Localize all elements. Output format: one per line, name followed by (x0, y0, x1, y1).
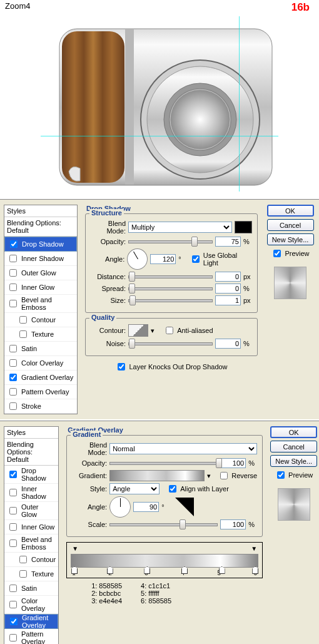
style-checkbox[interactable] (19, 316, 27, 324)
svg-rect-2 (125, 29, 134, 185)
style-item-inner-shadow[interactable]: Inner Shadow (4, 484, 58, 502)
style-item-outer-glow[interactable]: Outer Glow (4, 266, 77, 280)
style-checkbox[interactable] (19, 556, 27, 563)
angle-dial[interactable] (127, 248, 148, 270)
style-item-texture[interactable]: Texture (4, 567, 58, 581)
distance-label: Distance: (91, 273, 126, 280)
callout-line (175, 498, 194, 516)
pct-unit: % (243, 238, 252, 245)
size-label: Size: (91, 297, 126, 304)
knockout-checkbox[interactable] (118, 363, 125, 371)
style-checkbox[interactable] (9, 471, 17, 478)
noise-input[interactable] (215, 339, 241, 349)
spread-input[interactable] (215, 284, 241, 294)
style-checkbox[interactable] (9, 269, 17, 277)
opacity-input[interactable] (215, 237, 241, 247)
style-checkbox[interactable] (9, 388, 17, 396)
style-label: Color Overlay (21, 597, 56, 612)
style-item-color-overlay[interactable]: Color Overlay (4, 596, 58, 614)
chevron-down-icon[interactable]: ▾ (151, 327, 154, 335)
gradient-editor: ▼▼ 123456 (66, 542, 263, 578)
guide-vertical (239, 16, 240, 192)
style-checkbox[interactable] (9, 284, 17, 291)
style-item-bevel-and-emboss[interactable]: Bevel and Emboss (4, 295, 77, 313)
style-checkbox[interactable] (10, 240, 18, 248)
style-item-inner-shadow[interactable]: Inner Shadow (4, 252, 77, 266)
blend-mode-select[interactable]: Normal (109, 443, 257, 454)
style-checkbox[interactable] (19, 570, 27, 578)
style-select[interactable]: Angle (109, 483, 160, 494)
angle-input[interactable] (150, 254, 176, 264)
style-label: Texture (31, 330, 54, 338)
style-label: Inner Shadow (21, 485, 56, 500)
style-item-contour[interactable]: Contour (4, 553, 58, 567)
style-item-texture[interactable]: Texture (4, 327, 77, 342)
spread-label: Spread: (91, 285, 126, 292)
preview-checkbox[interactable] (273, 250, 281, 257)
style-item-contour[interactable]: Contour (4, 313, 77, 327)
new-style-button[interactable]: New Style... (267, 233, 314, 245)
cancel-button[interactable]: Cancel (270, 441, 317, 452)
color-swatch[interactable] (235, 221, 252, 233)
scale-input[interactable] (220, 519, 246, 529)
blending-options[interactable]: Blending Options: Default (4, 439, 58, 466)
style-item-drop-shadow[interactable]: Drop Shadow (4, 237, 77, 252)
new-style-button[interactable]: New Style... (270, 455, 317, 467)
ok-button[interactable]: OK (267, 205, 314, 217)
chevron-down-icon[interactable]: ▾ (207, 472, 211, 480)
reverse-checkbox[interactable] (220, 472, 228, 479)
preview-checkbox[interactable] (277, 471, 285, 479)
style-item-satin[interactable]: Satin (4, 342, 77, 356)
contour-picker[interactable] (128, 324, 148, 337)
style-checkbox[interactable] (9, 489, 17, 496)
size-input[interactable] (215, 295, 241, 305)
align-checkbox[interactable] (169, 485, 176, 493)
cancel-button[interactable]: Cancel (267, 219, 314, 231)
use-global-light-checkbox[interactable] (192, 255, 200, 263)
style-checkbox[interactable] (9, 374, 17, 381)
blending-options[interactable]: Blending Options: Default (4, 217, 77, 237)
style-checkbox[interactable] (19, 330, 27, 338)
gradient-strip[interactable] (71, 554, 258, 568)
blend-mode-select[interactable]: Multiply (128, 222, 232, 233)
style-item-stroke[interactable]: Stroke (4, 399, 77, 414)
style-item-inner-glow[interactable]: Inner Glow (4, 280, 77, 295)
style-label: Inner Glow (21, 523, 54, 531)
style-checkbox[interactable] (9, 601, 17, 608)
styles-header[interactable]: Styles (4, 427, 58, 439)
style-item-pattern-overlay[interactable]: Pattern Overlay (4, 629, 58, 644)
stop-marker-top[interactable]: ▼ (72, 545, 78, 552)
ok-button[interactable]: OK (270, 426, 317, 438)
style-item-pattern-overlay[interactable]: Pattern Overlay (4, 385, 77, 399)
style-item-gradient-overlay[interactable]: Gradient Overlay (4, 371, 77, 385)
style-item-outer-glow[interactable]: Outer Glow (4, 502, 58, 520)
style-label: Satin (21, 585, 37, 592)
style-item-gradient-overlay[interactable]: Gradient Overlay (4, 614, 58, 629)
opacity-input[interactable] (220, 458, 246, 468)
angle-dial[interactable] (109, 496, 131, 518)
gradient-picker[interactable] (109, 470, 205, 481)
layer-style-dialog-drop-shadow: Styles Blending Options: Default Drop Sh… (0, 199, 319, 419)
style-checkbox[interactable] (9, 585, 17, 592)
stop-marker-top[interactable]: ▼ (251, 545, 257, 552)
style-checkbox[interactable] (9, 523, 17, 531)
styles-header[interactable]: Styles (4, 205, 77, 217)
style-checkbox[interactable] (9, 539, 17, 547)
anti-aliased-checkbox[interactable] (166, 327, 173, 334)
style-item-satin[interactable]: Satin (4, 581, 58, 596)
style-checkbox[interactable] (9, 255, 17, 262)
style-item-bevel-and-emboss[interactable]: Bevel and Emboss (4, 534, 58, 553)
style-checkbox[interactable] (9, 359, 17, 367)
style-item-color-overlay[interactable]: Color Overlay (4, 356, 77, 371)
style-item-drop-shadow[interactable]: Drop Shadow (4, 466, 58, 484)
style-item-inner-glow[interactable]: Inner Glow (4, 520, 58, 534)
style-checkbox[interactable] (10, 618, 18, 625)
style-checkbox[interactable] (9, 402, 17, 410)
style-checkbox[interactable] (9, 634, 17, 641)
style-checkbox[interactable] (9, 300, 17, 307)
angle-input[interactable] (133, 502, 159, 512)
style-checkbox[interactable] (9, 507, 17, 514)
distance-input[interactable] (215, 272, 241, 282)
style-checkbox[interactable] (9, 345, 17, 352)
style-label: Outer Glow (21, 503, 56, 518)
